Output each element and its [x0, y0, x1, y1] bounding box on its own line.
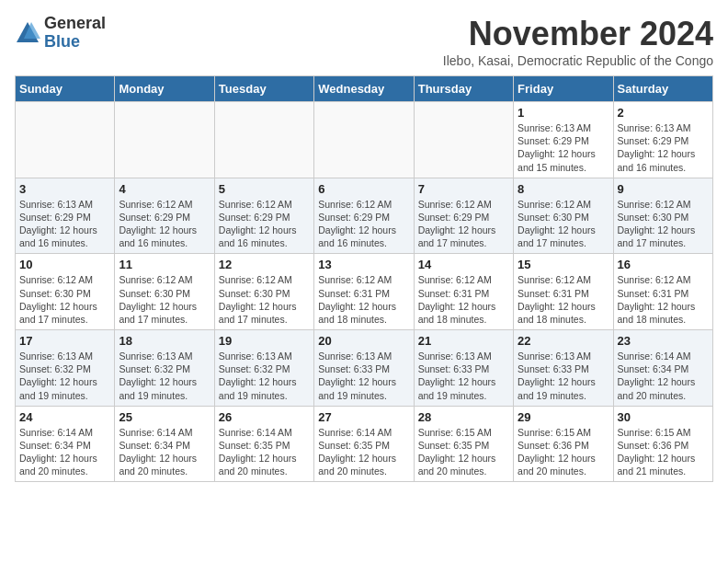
day-info: Sunrise: 6:13 AM Sunset: 6:33 PM Dayligh… — [318, 350, 409, 402]
calendar-cell — [214, 102, 313, 178]
logo: General Blue — [15, 15, 106, 52]
weekday-header-friday: Friday — [514, 76, 613, 102]
day-info: Sunrise: 6:13 AM Sunset: 6:33 PM Dayligh… — [518, 350, 609, 402]
calendar-cell: 18Sunrise: 6:13 AM Sunset: 6:32 PM Dayli… — [115, 330, 214, 407]
calendar-cell: 20Sunrise: 6:13 AM Sunset: 6:33 PM Dayli… — [314, 330, 414, 407]
weekday-header-monday: Monday — [115, 76, 214, 102]
logo-icon — [15, 20, 40, 46]
day-info: Sunrise: 6:15 AM Sunset: 6:36 PM Dayligh… — [618, 426, 709, 478]
day-number: 7 — [418, 182, 509, 196]
day-info: Sunrise: 6:12 AM Sunset: 6:30 PM Dayligh… — [518, 198, 609, 250]
calendar-cell — [314, 102, 414, 178]
weekday-header-wednesday: Wednesday — [314, 76, 414, 102]
day-number: 14 — [418, 258, 509, 271]
day-number: 21 — [418, 334, 509, 348]
calendar-cell: 6Sunrise: 6:12 AM Sunset: 6:29 PM Daylig… — [314, 178, 414, 254]
day-number: 29 — [518, 410, 609, 424]
day-number: 24 — [19, 410, 110, 424]
day-number: 13 — [318, 258, 409, 271]
day-number: 30 — [618, 410, 709, 424]
logo-blue: Blue — [44, 33, 106, 52]
day-info: Sunrise: 6:12 AM Sunset: 6:31 PM Dayligh… — [618, 273, 709, 326]
day-number: 11 — [119, 258, 210, 271]
calendar-cell: 28Sunrise: 6:15 AM Sunset: 6:35 PM Dayli… — [414, 406, 513, 482]
day-number: 1 — [518, 106, 609, 120]
day-info: Sunrise: 6:14 AM Sunset: 6:34 PM Dayligh… — [618, 350, 709, 402]
logo-general: General — [44, 15, 106, 33]
weekday-header-sunday: Sunday — [16, 76, 115, 102]
day-info: Sunrise: 6:13 AM Sunset: 6:29 PM Dayligh… — [518, 121, 609, 174]
day-info: Sunrise: 6:13 AM Sunset: 6:32 PM Dayligh… — [119, 350, 210, 402]
header: General Blue November 2024 Ilebo, Kasai,… — [15, 15, 713, 68]
day-number: 8 — [518, 182, 609, 196]
day-info: Sunrise: 6:14 AM Sunset: 6:34 PM Dayligh… — [119, 426, 210, 478]
day-info: Sunrise: 6:12 AM Sunset: 6:31 PM Dayligh… — [518, 273, 609, 326]
day-number: 15 — [518, 258, 609, 271]
day-number: 6 — [318, 182, 409, 196]
calendar-cell: 12Sunrise: 6:12 AM Sunset: 6:30 PM Dayli… — [214, 254, 313, 330]
day-number: 10 — [19, 258, 110, 271]
day-number: 28 — [418, 410, 509, 424]
calendar-cell: 1Sunrise: 6:13 AM Sunset: 6:29 PM Daylig… — [514, 102, 613, 178]
day-number: 22 — [518, 334, 609, 348]
calendar-header-row: SundayMondayTuesdayWednesdayThursdayFrid… — [16, 76, 713, 102]
day-number: 4 — [119, 182, 210, 196]
location-subtitle: Ilebo, Kasai, Democratic Republic of the… — [443, 53, 713, 68]
day-number: 20 — [318, 334, 409, 348]
day-info: Sunrise: 6:12 AM Sunset: 6:31 PM Dayligh… — [418, 273, 509, 326]
calendar-cell: 23Sunrise: 6:14 AM Sunset: 6:34 PM Dayli… — [613, 330, 712, 407]
calendar-cell: 4Sunrise: 6:12 AM Sunset: 6:29 PM Daylig… — [115, 178, 214, 254]
calendar-table: SundayMondayTuesdayWednesdayThursdayFrid… — [15, 75, 713, 482]
day-info: Sunrise: 6:12 AM Sunset: 6:30 PM Dayligh… — [618, 198, 709, 250]
calendar-cell — [115, 102, 214, 178]
calendar-cell: 15Sunrise: 6:12 AM Sunset: 6:31 PM Dayli… — [514, 254, 613, 330]
calendar-cell: 17Sunrise: 6:13 AM Sunset: 6:32 PM Dayli… — [16, 330, 115, 407]
day-info: Sunrise: 6:13 AM Sunset: 6:33 PM Dayligh… — [418, 350, 509, 402]
calendar-cell: 2Sunrise: 6:13 AM Sunset: 6:29 PM Daylig… — [613, 102, 712, 178]
calendar-cell: 11Sunrise: 6:12 AM Sunset: 6:30 PM Dayli… — [115, 254, 214, 330]
weekday-header-saturday: Saturday — [613, 76, 712, 102]
day-info: Sunrise: 6:15 AM Sunset: 6:36 PM Dayligh… — [518, 426, 609, 478]
calendar-cell: 7Sunrise: 6:12 AM Sunset: 6:29 PM Daylig… — [414, 178, 513, 254]
day-info: Sunrise: 6:14 AM Sunset: 6:35 PM Dayligh… — [318, 426, 409, 478]
day-info: Sunrise: 6:12 AM Sunset: 6:29 PM Dayligh… — [119, 198, 210, 250]
calendar-week-1: 1Sunrise: 6:13 AM Sunset: 6:29 PM Daylig… — [16, 102, 713, 178]
calendar-cell: 16Sunrise: 6:12 AM Sunset: 6:31 PM Dayli… — [613, 254, 712, 330]
calendar-week-5: 24Sunrise: 6:14 AM Sunset: 6:34 PM Dayli… — [16, 406, 713, 482]
day-number: 17 — [19, 334, 110, 348]
weekday-header-tuesday: Tuesday — [214, 76, 313, 102]
day-number: 2 — [618, 106, 709, 120]
calendar-cell: 5Sunrise: 6:12 AM Sunset: 6:29 PM Daylig… — [214, 178, 313, 254]
day-number: 18 — [119, 334, 210, 348]
calendar-week-4: 17Sunrise: 6:13 AM Sunset: 6:32 PM Dayli… — [16, 330, 713, 407]
day-info: Sunrise: 6:12 AM Sunset: 6:29 PM Dayligh… — [219, 198, 310, 250]
calendar-cell — [16, 102, 115, 178]
day-number: 23 — [618, 334, 709, 348]
day-number: 16 — [618, 258, 709, 271]
calendar-cell: 25Sunrise: 6:14 AM Sunset: 6:34 PM Dayli… — [115, 406, 214, 482]
calendar-cell: 8Sunrise: 6:12 AM Sunset: 6:30 PM Daylig… — [514, 178, 613, 254]
day-info: Sunrise: 6:13 AM Sunset: 6:29 PM Dayligh… — [19, 198, 110, 250]
day-info: Sunrise: 6:12 AM Sunset: 6:30 PM Dayligh… — [19, 273, 110, 326]
day-number: 19 — [219, 334, 310, 348]
calendar-cell: 26Sunrise: 6:14 AM Sunset: 6:35 PM Dayli… — [214, 406, 313, 482]
calendar-cell: 22Sunrise: 6:13 AM Sunset: 6:33 PM Dayli… — [514, 330, 613, 407]
calendar-cell — [414, 102, 513, 178]
day-info: Sunrise: 6:13 AM Sunset: 6:29 PM Dayligh… — [618, 121, 709, 174]
calendar-cell: 29Sunrise: 6:15 AM Sunset: 6:36 PM Dayli… — [514, 406, 613, 482]
calendar-cell: 14Sunrise: 6:12 AM Sunset: 6:31 PM Dayli… — [414, 254, 513, 330]
calendar-cell: 27Sunrise: 6:14 AM Sunset: 6:35 PM Dayli… — [314, 406, 414, 482]
calendar-cell: 21Sunrise: 6:13 AM Sunset: 6:33 PM Dayli… — [414, 330, 513, 407]
calendar-cell: 19Sunrise: 6:13 AM Sunset: 6:32 PM Dayli… — [214, 330, 313, 407]
day-info: Sunrise: 6:12 AM Sunset: 6:31 PM Dayligh… — [318, 273, 409, 326]
day-info: Sunrise: 6:12 AM Sunset: 6:29 PM Dayligh… — [418, 198, 509, 250]
day-number: 26 — [219, 410, 310, 424]
day-info: Sunrise: 6:13 AM Sunset: 6:32 PM Dayligh… — [19, 350, 110, 402]
day-number: 9 — [618, 182, 709, 196]
day-number: 3 — [19, 182, 110, 196]
day-number: 5 — [219, 182, 310, 196]
title-area: November 2024 Ilebo, Kasai, Democratic R… — [443, 15, 713, 68]
day-info: Sunrise: 6:14 AM Sunset: 6:34 PM Dayligh… — [19, 426, 110, 478]
day-info: Sunrise: 6:12 AM Sunset: 6:29 PM Dayligh… — [318, 198, 409, 250]
calendar-week-3: 10Sunrise: 6:12 AM Sunset: 6:30 PM Dayli… — [16, 254, 713, 330]
